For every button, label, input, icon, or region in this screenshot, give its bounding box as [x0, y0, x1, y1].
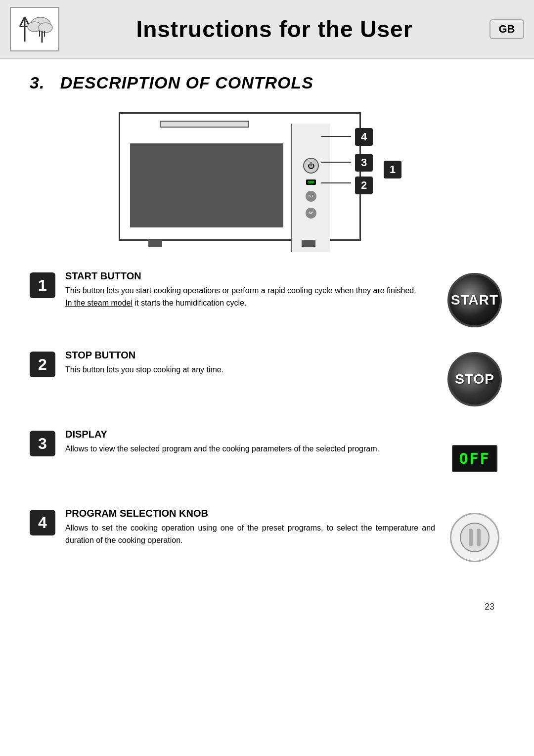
control-item-1: 1 START BUTTON This button lets you star… [30, 270, 504, 330]
oven-diagram: ⏻ OFF ST SP 4 3 1 2 [30, 102, 504, 251]
knob-inner [460, 523, 490, 552]
control-icon-knob [445, 508, 504, 567]
oven-door [130, 143, 283, 227]
control-item-4: 4 PROGRAM SELECTION KNOB Allows to set t… [30, 508, 504, 567]
control-desc-1: This button lets you start cooking opera… [65, 285, 435, 310]
control-badge-4: 4 [30, 510, 55, 535]
control-desc-3: Allows to view the selected program and … [65, 443, 435, 455]
stop-button-graphic: STOP [447, 352, 502, 406]
diag-label-3: 3 [355, 154, 373, 172]
control-desc-2: This button lets you stop cooking at any… [65, 364, 435, 376]
diag-line-3 [321, 162, 351, 163]
knob-bar-right [477, 529, 481, 546]
oven-foot-right [302, 240, 315, 247]
logo-icon [15, 12, 54, 46]
diag-line-2 [321, 182, 351, 183]
page-number: 23 [0, 592, 534, 627]
diag-label-1: 1 [384, 161, 401, 178]
control-item-3: 3 DISPLAY Allows to view the selected pr… [30, 429, 504, 488]
control-badge-2: 2 [30, 352, 55, 377]
controls-content: 1 START BUTTON This button lets you star… [0, 266, 534, 592]
page-header: Instructions for the User GB [0, 0, 534, 59]
oven-foot-left [148, 240, 162, 247]
control-icon-stop: STOP [445, 350, 504, 409]
control-title-3: DISPLAY [65, 429, 435, 440]
oven-control-panel: ⏻ OFF ST SP [291, 124, 330, 252]
oven-top-bar [160, 121, 249, 128]
display-graphic: OFF [452, 445, 497, 472]
control-text-4: PROGRAM SELECTION KNOB Allows to set the… [65, 508, 435, 547]
knob-graphic [450, 513, 499, 562]
control-icon-start: START [445, 270, 504, 330]
control-title-4: PROGRAM SELECTION KNOB [65, 508, 435, 519]
svg-point-6 [39, 23, 52, 33]
diag-label-2: 2 [355, 177, 373, 194]
brand-logo [10, 7, 59, 51]
language-badge: GB [490, 19, 524, 39]
control-badge-1: 1 [30, 272, 55, 298]
control-text-2: STOP BUTTON This button lets you stop co… [65, 350, 435, 376]
oven-body: ⏻ OFF ST SP [119, 112, 361, 241]
oven-illustration: ⏻ OFF ST SP 4 3 1 2 [114, 102, 420, 251]
oven-power-btn-diagram: ⏻ [303, 158, 319, 174]
oven-start-btn-diagram: ST [306, 191, 316, 202]
diag-label-4: 4 [355, 128, 373, 146]
control-text-3: DISPLAY Allows to view the selected prog… [65, 429, 435, 455]
control-icon-display: OFF [445, 429, 504, 488]
oven-stop-btn-diagram: SP [306, 208, 316, 219]
page-title: Instructions for the User [59, 16, 490, 43]
section-title: 3. DESCRIPTION OF CONTROLS [30, 73, 504, 92]
control-text-1: START BUTTON This button lets you start … [65, 270, 435, 310]
knob-bar-left [469, 529, 473, 546]
control-title-1: START BUTTON [65, 270, 435, 282]
oven-off-display-diagram: OFF [306, 179, 316, 185]
start-button-graphic: START [447, 273, 502, 327]
control-desc-4: Allows to set the cooking operation usin… [65, 522, 435, 547]
control-item-2: 2 STOP BUTTON This button lets you stop … [30, 350, 504, 409]
control-title-2: STOP BUTTON [65, 350, 435, 361]
diag-line-4 [321, 136, 351, 137]
control-badge-3: 3 [30, 431, 55, 456]
